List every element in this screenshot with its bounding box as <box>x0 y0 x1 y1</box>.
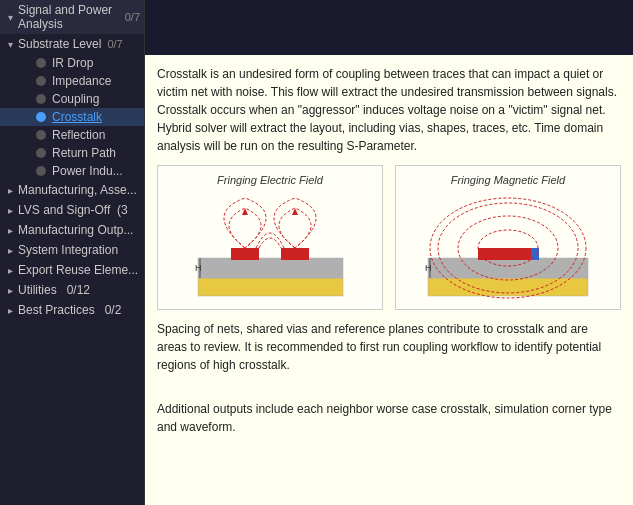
footer-paragraph-1: Spacing of nets, shared vias and referen… <box>157 322 601 372</box>
sidebar-item-label: Reflection <box>52 128 105 142</box>
svg-rect-0 <box>198 278 343 296</box>
svg-text:H: H <box>425 263 432 273</box>
status-dot <box>36 166 46 176</box>
sidebar-item-power-indu[interactable]: Power Indu... <box>0 162 144 180</box>
status-dot <box>36 130 46 140</box>
sidebar: ▾ Signal and Power Analysis 0/7 ▾ Substr… <box>0 0 145 505</box>
magnetic-field-svg: H <box>423 193 593 303</box>
sidebar-item-return-path[interactable]: Return Path <box>0 144 144 162</box>
top-dark-area <box>145 0 633 55</box>
sidebar-section-label: Utilities 0/12 <box>18 283 90 297</box>
sidebar-section-label: LVS and Sign-Off (3 <box>18 203 128 217</box>
magnetic-field-diagram: Fringing Magnetic Field H <box>395 165 621 310</box>
sidebar-item-manufacturing[interactable]: ▸ Manufacturing, Asse... <box>0 180 144 200</box>
svg-rect-10 <box>478 248 538 260</box>
sidebar-item-coupling[interactable]: Coupling <box>0 90 144 108</box>
right-panel: Crosstalk is an undesired form of coupli… <box>145 0 633 505</box>
sidebar-section-count: 0/7 <box>125 11 140 23</box>
sidebar-item-label: Coupling <box>52 92 99 106</box>
footer-text-2: Additional outputs include each neighbor… <box>157 400 621 436</box>
sidebar-item-substrate[interactable]: ▾ Substrate Level 0/7 <box>0 34 144 54</box>
sidebar-section-label: Manufacturing, Asse... <box>18 183 137 197</box>
chevron-right-icon: ▸ <box>4 305 16 316</box>
footer-paragraph-2: Additional outputs include each neighbor… <box>157 402 612 434</box>
chevron-down-icon: ▾ <box>4 12 16 23</box>
sidebar-section-count: 0/7 <box>104 38 122 50</box>
sidebar-item-best-practices[interactable]: ▸ Best Practices 0/2 <box>0 300 144 320</box>
status-dot <box>36 58 46 68</box>
svg-rect-2 <box>231 248 259 260</box>
chevron-right-icon: ▸ <box>4 285 16 296</box>
chevron-right-icon: ▸ <box>4 205 16 216</box>
svg-text:H: H <box>195 263 202 273</box>
status-dot <box>36 112 46 122</box>
tooltip-main-text: Crosstalk is an undesired form of coupli… <box>157 65 621 155</box>
status-dot <box>36 148 46 158</box>
chevron-down-icon: ▾ <box>4 39 16 50</box>
sidebar-item-label: Return Path <box>52 146 116 160</box>
chevron-right-icon: ▸ <box>4 265 16 276</box>
footer-text-1: Spacing of nets, shared vias and referen… <box>157 320 621 374</box>
sidebar-item-utilities[interactable]: ▸ Utilities 0/12 <box>0 280 144 300</box>
sidebar-section-label: System Integration <box>18 243 118 257</box>
status-dot <box>36 94 46 104</box>
status-dot <box>36 76 46 86</box>
sidebar-item-signal-power[interactable]: ▾ Signal and Power Analysis 0/7 <box>0 0 144 34</box>
diagrams-row: Fringing Electric Field H <box>157 165 621 310</box>
chevron-right-icon: ▸ <box>4 225 16 236</box>
svg-rect-1 <box>198 258 343 278</box>
sidebar-item-label: IR Drop <box>52 56 93 70</box>
sidebar-item-crosstalk[interactable]: Crosstalk <box>0 108 144 126</box>
chevron-right-icon: ▸ <box>4 245 16 256</box>
sidebar-item-lvs[interactable]: ▸ LVS and Sign-Off (3 <box>0 200 144 220</box>
sidebar-item-impedance[interactable]: Impedance <box>0 72 144 90</box>
tooltip-paragraph: Crosstalk is an undesired form of coupli… <box>157 67 617 153</box>
sidebar-item-export-reuse[interactable]: ▸ Export Reuse Eleme... <box>0 260 144 280</box>
sidebar-item-system-int[interactable]: ▸ System Integration <box>0 240 144 260</box>
svg-rect-3 <box>281 248 309 260</box>
tooltip-content: Crosstalk is an undesired form of coupli… <box>145 55 633 505</box>
sidebar-item-label: Power Indu... <box>52 164 123 178</box>
sidebar-item-label: Crosstalk <box>52 110 102 124</box>
sidebar-item-ir-drop[interactable]: IR Drop <box>0 54 144 72</box>
electric-field-svg: H <box>193 193 348 303</box>
sidebar-item-label: Impedance <box>52 74 111 88</box>
sidebar-section-label: Signal and Power Analysis <box>18 3 122 31</box>
chevron-right-icon: ▸ <box>4 185 16 196</box>
sidebar-section-label: Best Practices 0/2 <box>18 303 121 317</box>
sidebar-section-label: Manufacturing Outp... <box>18 223 133 237</box>
sidebar-item-reflection[interactable]: Reflection <box>0 126 144 144</box>
diagram2-title: Fringing Magnetic Field <box>402 172 614 189</box>
sidebar-section-label: Substrate Level <box>18 37 101 51</box>
sidebar-section-label: Export Reuse Eleme... <box>18 263 138 277</box>
electric-field-diagram: Fringing Electric Field H <box>157 165 383 310</box>
diagram1-title: Fringing Electric Field <box>164 172 376 189</box>
sidebar-item-mfg-output[interactable]: ▸ Manufacturing Outp... <box>0 220 144 240</box>
